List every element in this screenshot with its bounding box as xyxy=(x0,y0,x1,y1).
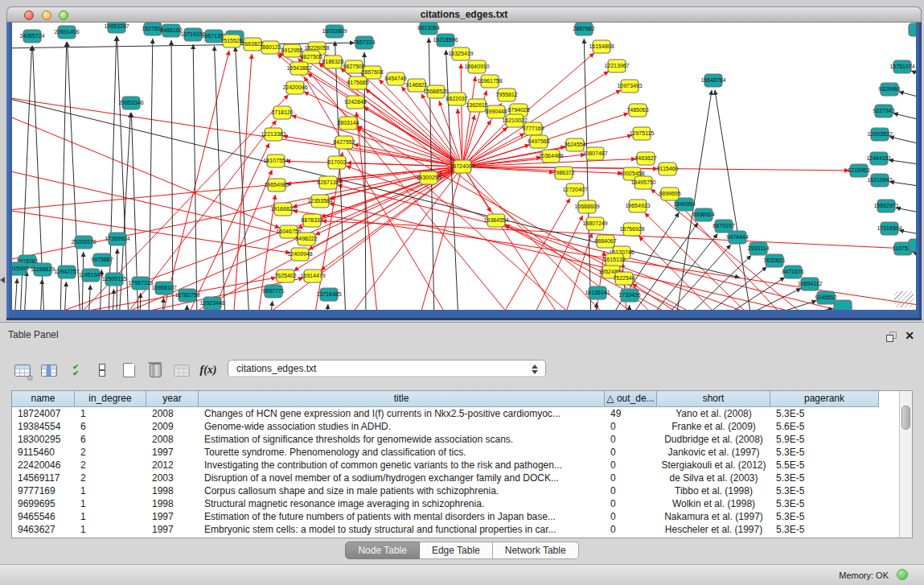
column-header-in-degree[interactable]: in_degree xyxy=(75,391,146,407)
zoom-window-button[interactable] xyxy=(59,10,68,20)
table-cell[interactable]: Hescheler et al. (1997) xyxy=(657,523,770,536)
table-row[interactable]: 1830029562008Estimation of significance … xyxy=(12,433,900,446)
table-cell[interactable]: 5.9E-5 xyxy=(770,433,879,446)
table-cell[interactable]: 0 xyxy=(605,472,657,484)
table-cell[interactable]: 0 xyxy=(605,484,657,497)
table-row[interactable]: 969969511998Structural magnetic resonanc… xyxy=(12,497,900,510)
table-cell[interactable]: 2008 xyxy=(146,407,199,420)
table-cell[interactable]: 2 xyxy=(75,459,146,472)
column-header-pagerank[interactable]: pagerank xyxy=(770,391,879,407)
table-cell[interactable]: 9777169 xyxy=(12,484,75,497)
table-row[interactable]: 977716911998Corpus callosum shape and si… xyxy=(12,484,900,497)
table-cell[interactable]: 5.3E-5 xyxy=(770,523,879,536)
column-visibility-icon[interactable] xyxy=(40,363,58,378)
delete-table-icon[interactable] xyxy=(146,363,164,378)
table-cell[interactable]: 1997 xyxy=(146,510,199,523)
table-cell[interactable]: 6 xyxy=(75,433,146,446)
table-cell[interactable]: 2 xyxy=(75,472,146,484)
table-cell[interactable]: Structural magnetic resonance image aver… xyxy=(199,497,605,510)
row-checklist-icon[interactable]: ✔✔ xyxy=(67,363,84,378)
table-cell[interactable]: 1997 xyxy=(146,446,199,459)
table-cell[interactable]: 1998 xyxy=(146,484,199,497)
table-row[interactable]: 2242004622012Investigating the contribut… xyxy=(12,459,900,472)
table-cell[interactable]: 5.5E-5 xyxy=(770,459,879,472)
table-cell[interactable]: 9463627 xyxy=(12,523,75,536)
table-cell[interactable]: 1998 xyxy=(146,497,199,510)
table-cell[interactable]: Tourette syndrome. Phenomenology and cla… xyxy=(199,446,605,459)
table-cell[interactable]: 0 xyxy=(605,459,657,472)
close-panel-icon[interactable]: ✕ xyxy=(905,329,914,342)
new-table-icon[interactable] xyxy=(120,363,138,378)
function-builder-icon[interactable]: f(x) xyxy=(199,363,217,378)
table-cell[interactable]: Franke et al. (2009) xyxy=(657,420,770,433)
table-cell[interactable]: 1 xyxy=(75,523,146,536)
table-cell[interactable]: Disruption of a novel member of a sodium… xyxy=(199,472,605,484)
column-header-out-de-[interactable]: △ out_de... xyxy=(605,391,657,407)
table-row[interactable]: 946554611997Estimation of the future num… xyxy=(12,510,900,523)
table-cell[interactable]: Jankovic et al. (1997) xyxy=(657,446,770,459)
table-cell[interactable]: 1 xyxy=(75,407,146,420)
table-cell[interactable]: 18300295 xyxy=(12,433,75,446)
table-cell[interactable]: Genome-wide association studies in ADHD. xyxy=(199,420,605,433)
table-cell[interactable]: Stergiakouli et al. (2012) xyxy=(657,459,770,472)
table-row[interactable]: 1456911722003Disruption of a novel membe… xyxy=(12,472,900,484)
table-cell[interactable]: 1 xyxy=(75,497,146,510)
table-cell[interactable]: 2003 xyxy=(146,472,199,484)
table-cell[interactable]: 1997 xyxy=(146,523,199,536)
table-cell[interactable]: 49 xyxy=(605,407,657,420)
float-panel-icon[interactable] xyxy=(886,332,897,342)
panel-collapse-arrow-icon[interactable] xyxy=(0,277,5,283)
table-cell[interactable]: 0 xyxy=(605,523,657,536)
close-window-button[interactable] xyxy=(24,10,34,20)
table-cell[interactable]: 5.3E-5 xyxy=(770,446,879,459)
column-header-title[interactable]: title xyxy=(199,391,605,407)
network-canvas[interactable]: 2405572420691406109532971527602846616010… xyxy=(12,23,916,310)
table-cell[interactable]: 19384554 xyxy=(12,420,75,433)
table-row[interactable]: 1938455462009Genome-wide association stu… xyxy=(12,420,900,433)
table-cell[interactable]: Wolkin et al. (1998) xyxy=(657,497,770,510)
table-cell[interactable]: Dudbridge et al. (2008) xyxy=(657,433,770,446)
table-cell[interactable]: Estimation of the future numbers of pati… xyxy=(199,510,605,523)
table-cell[interactable]: 2009 xyxy=(146,420,199,433)
column-header-year[interactable]: year xyxy=(146,391,199,407)
graph-node[interactable] xyxy=(909,239,916,252)
minimize-window-button[interactable] xyxy=(42,10,51,20)
table-cell[interactable]: 9115460 xyxy=(12,446,75,459)
table-row[interactable]: 1872400712008Changes of HCN gene express… xyxy=(12,407,900,420)
resize-grip-icon[interactable] xyxy=(894,291,914,307)
table-cell[interactable]: 6 xyxy=(75,420,146,433)
graph-node[interactable] xyxy=(909,23,916,36)
table-cell[interactable]: 5.3E-5 xyxy=(770,472,879,484)
table-cell[interactable]: Embryonic stem cells: a model to study s… xyxy=(199,523,605,536)
table-cell[interactable]: Tibbo et al. (1998) xyxy=(657,484,770,497)
vertical-scrollbar[interactable] xyxy=(899,391,912,538)
table-cell[interactable]: 5.3E-5 xyxy=(770,407,879,420)
tab-network-table[interactable]: Network Table xyxy=(493,542,579,559)
table-cell[interactable]: 0 xyxy=(605,433,657,446)
table-cell[interactable]: Estimation of significance thresholds fo… xyxy=(199,433,605,446)
table-cell[interactable]: 0 xyxy=(605,420,657,433)
table-cell[interactable]: 0 xyxy=(605,446,657,459)
table-settings-icon[interactable]: ⚙ xyxy=(14,363,31,378)
table-cell[interactable]: Yano et al. (2008) xyxy=(657,407,770,420)
table-row[interactable]: 911546021997Tourette syndrome. Phenomeno… xyxy=(12,446,900,459)
table-cell[interactable]: de Silva et al. (2003) xyxy=(657,472,770,484)
table-cell[interactable]: 18724007 xyxy=(12,407,75,420)
table-cell[interactable]: Corpus callosum shape and size in male p… xyxy=(199,484,605,497)
table-cell[interactable]: 2012 xyxy=(146,459,199,472)
column-header-name[interactable]: name xyxy=(12,391,75,407)
table-cell[interactable]: 9699695 xyxy=(12,497,75,510)
graph-node[interactable] xyxy=(834,300,852,310)
table-cell[interactable]: 22420046 xyxy=(12,459,75,472)
table-cell[interactable]: 14569117 xyxy=(12,472,75,484)
table-cell[interactable]: 5.3E-5 xyxy=(770,510,879,523)
table-cell[interactable]: Changes of HCN gene expression and I(f) … xyxy=(199,407,605,420)
table-cell[interactable]: 9465546 xyxy=(12,510,75,523)
scrollbar-thumb[interactable] xyxy=(901,406,910,430)
table-cell[interactable]: 5.3E-5 xyxy=(770,497,879,510)
window-titlebar[interactable]: citations_edges.txt xyxy=(6,6,922,23)
table-cell[interactable]: 2 xyxy=(75,446,146,459)
table-selector-dropdown[interactable]: citations_edges.txt xyxy=(228,360,546,377)
table-cell[interactable]: 5.6E-5 xyxy=(770,420,879,433)
table-cell[interactable]: 0 xyxy=(605,497,657,510)
